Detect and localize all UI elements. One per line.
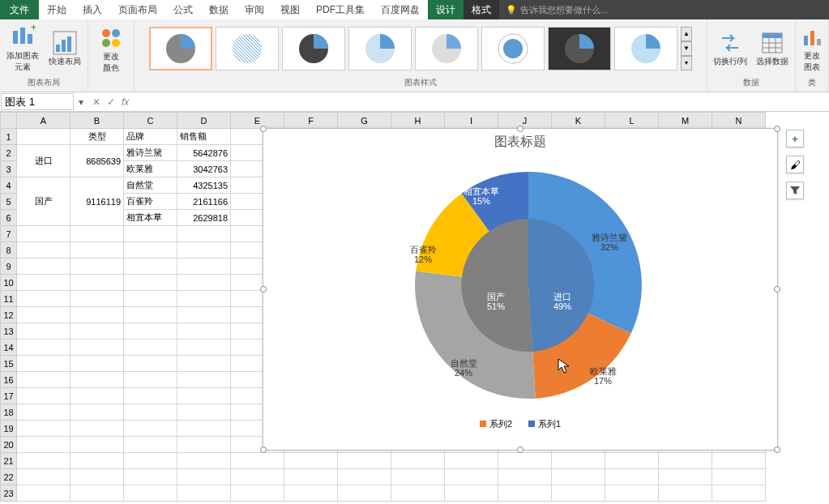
cell[interactable] — [71, 242, 124, 258]
cell[interactable] — [177, 404, 231, 421]
tab-data[interactable]: 数据 — [201, 0, 237, 19]
cell[interactable] — [17, 129, 71, 145]
tab-pagelayout[interactable]: 页面布局 — [110, 0, 165, 19]
chart-style-7[interactable] — [548, 27, 611, 70]
row-header[interactable]: 18 — [1, 404, 17, 421]
row-header[interactable]: 11 — [1, 291, 17, 307]
cell[interactable] — [124, 226, 177, 242]
cell[interactable] — [552, 453, 605, 469]
cell[interactable] — [445, 453, 498, 469]
cell[interactable]: 品牌 — [124, 129, 177, 145]
row-header[interactable]: 1 — [1, 129, 17, 145]
chart-style-8[interactable] — [614, 27, 677, 70]
col-header-G[interactable]: G — [338, 113, 391, 129]
cell[interactable] — [71, 356, 124, 372]
cell[interactable] — [124, 356, 177, 372]
cell[interactable]: 类型 — [71, 129, 124, 145]
formula-input[interactable] — [134, 94, 829, 109]
cell[interactable] — [17, 242, 71, 258]
cell[interactable] — [71, 275, 124, 291]
cell[interactable] — [17, 356, 71, 372]
cancel-icon[interactable]: ✕ — [92, 96, 100, 108]
cell[interactable] — [177, 242, 231, 258]
chart-legend[interactable]: 系列2 系列1 — [263, 415, 777, 434]
cell[interactable] — [17, 453, 71, 469]
chart-filters-button[interactable] — [786, 182, 804, 199]
cell[interactable] — [124, 469, 177, 485]
tellme-search[interactable]: 💡告诉我您想要做什么... — [499, 0, 829, 19]
cell[interactable] — [659, 453, 712, 469]
cell[interactable] — [17, 388, 71, 404]
col-header-A[interactable]: A — [17, 113, 71, 129]
cell[interactable] — [17, 275, 71, 291]
cell[interactable]: 雅诗兰黛 — [124, 145, 177, 161]
row-header[interactable]: 19 — [1, 421, 17, 437]
cell[interactable] — [71, 469, 124, 485]
chart-title[interactable]: 图表标题 — [263, 129, 777, 156]
cell[interactable]: 2161166 — [177, 194, 231, 210]
cell[interactable] — [124, 437, 177, 453]
cell[interactable] — [552, 469, 605, 485]
cell[interactable] — [659, 469, 712, 485]
tab-design[interactable]: 设计 — [428, 0, 464, 19]
row-header[interactable]: 13 — [1, 323, 17, 340]
row-header[interactable]: 3 — [1, 161, 17, 177]
cell[interactable] — [71, 307, 124, 323]
chart-elements-button[interactable]: + — [786, 130, 804, 147]
cell[interactable] — [17, 340, 71, 356]
styles-scroll-up[interactable]: ▲ — [681, 27, 692, 41]
cell[interactable] — [17, 485, 71, 502]
cell[interactable] — [712, 469, 766, 485]
chart-style-2[interactable] — [216, 27, 279, 70]
tab-formulas[interactable]: 公式 — [165, 0, 201, 19]
switch-row-col-button[interactable]: 切换行/列 — [711, 22, 750, 75]
col-header-F[interactable]: F — [284, 113, 338, 129]
cell[interactable] — [552, 485, 605, 502]
cell[interactable] — [17, 404, 71, 421]
cell[interactable] — [17, 437, 71, 453]
tab-pdf[interactable]: PDF工具集 — [308, 0, 373, 19]
cell[interactable] — [124, 388, 177, 404]
cell[interactable] — [71, 453, 124, 469]
chart-style-4[interactable] — [348, 27, 412, 70]
cell[interactable]: 8685639 — [71, 145, 124, 177]
cell[interactable] — [177, 437, 231, 453]
cell[interactable] — [71, 388, 124, 404]
cell[interactable] — [177, 291, 231, 307]
quick-layout-button[interactable]: 快速布局 — [45, 22, 84, 75]
add-chart-element-button[interactable]: + 添加图表 元素 — [3, 22, 42, 75]
cell[interactable] — [124, 485, 177, 502]
cell[interactable]: 自然堂 — [124, 177, 177, 194]
col-header-E[interactable]: E — [231, 113, 284, 129]
cell[interactable] — [177, 356, 231, 372]
row-header[interactable]: 22 — [1, 469, 17, 485]
cell[interactable] — [71, 372, 124, 388]
cell[interactable] — [177, 258, 231, 275]
cell[interactable] — [17, 372, 71, 388]
cell[interactable]: 相宜本草 — [124, 210, 177, 226]
row-header[interactable]: 6 — [1, 210, 17, 226]
cell[interactable] — [124, 372, 177, 388]
cell[interactable] — [712, 453, 766, 469]
cell[interactable] — [17, 307, 71, 323]
col-header-B[interactable]: B — [71, 113, 124, 129]
select-all-corner[interactable] — [1, 113, 17, 129]
row-header[interactable]: 15 — [1, 356, 17, 372]
cell[interactable] — [17, 469, 71, 485]
row-header[interactable]: 2 — [1, 145, 17, 161]
row-header[interactable]: 8 — [1, 242, 17, 258]
tab-view[interactable]: 视图 — [272, 0, 308, 19]
name-box[interactable] — [1, 93, 74, 110]
col-header-J[interactable]: J — [498, 113, 552, 129]
name-box-dropdown[interactable]: ▾ — [75, 96, 88, 108]
col-header-D[interactable]: D — [177, 113, 231, 129]
cell[interactable] — [124, 291, 177, 307]
cell[interactable] — [71, 437, 124, 453]
tab-home[interactable]: 开始 — [39, 0, 75, 19]
row-header[interactable]: 7 — [1, 226, 17, 242]
cell[interactable] — [177, 469, 231, 485]
cell[interactable] — [498, 469, 552, 485]
cell[interactable] — [124, 453, 177, 469]
cell[interactable] — [659, 485, 712, 502]
cell[interactable] — [177, 453, 231, 469]
